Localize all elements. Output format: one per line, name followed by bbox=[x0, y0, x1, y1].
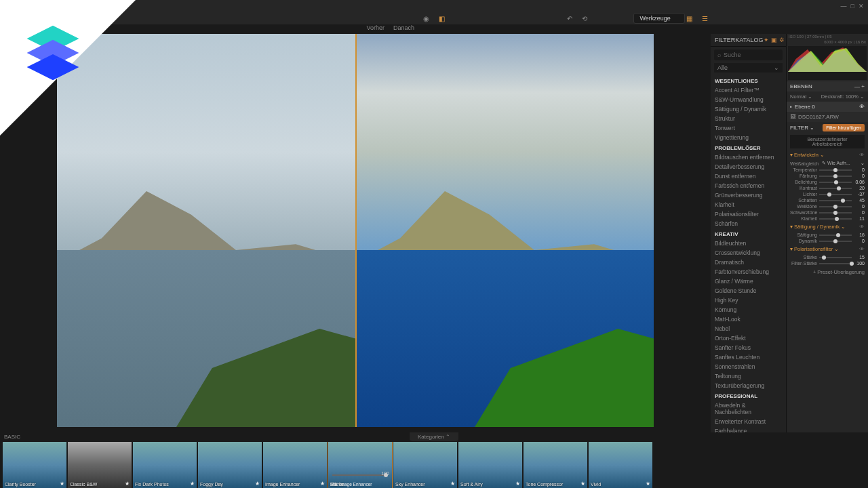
layer-visibility-icon[interactable]: 👁 bbox=[859, 104, 865, 110]
filter-catalog-item[interactable]: Vignettierung bbox=[711, 133, 786, 142]
filter-catalog-item[interactable]: Körnung bbox=[711, 305, 786, 314]
preset-thumb[interactable]: Fix Dark Photos★ bbox=[133, 442, 197, 488]
white-balance-row[interactable]: Weißabgleich✎ Wie Aufn...⌄ bbox=[787, 160, 868, 167]
slider-lichter[interactable]: Lichter-37 bbox=[787, 191, 868, 197]
filter-group-header[interactable]: ▾ Polarisationsfilter ⌄👁 bbox=[787, 244, 868, 254]
favorite-star-icon[interactable]: ★ bbox=[320, 481, 325, 487]
filter-catalog-item[interactable]: Dramatisch bbox=[711, 258, 786, 267]
filter-catalog-item[interactable]: Matt-Look bbox=[711, 314, 786, 324]
filter-catalog-item[interactable]: Abwedeln & Nachbelichten bbox=[711, 401, 786, 417]
filter-catalog-item[interactable]: Accent AI Filter™ bbox=[711, 85, 786, 95]
minimize-button[interactable]: — bbox=[841, 3, 847, 9]
slider-sättigung[interactable]: Sättigung16 bbox=[787, 232, 868, 238]
slider-track[interactable] bbox=[819, 212, 852, 214]
close-button[interactable]: ✕ bbox=[859, 3, 864, 9]
workspace-dropdown[interactable]: Benutzerdefinierter Arbeitsbereich bbox=[790, 135, 865, 148]
star-icon[interactable]: ✦ bbox=[764, 37, 769, 43]
preset-thumb[interactable]: Sky Enhancer★ bbox=[393, 442, 457, 488]
preset-thumb[interactable]: Stärke100Mild Image Enhancer bbox=[328, 442, 392, 488]
histogram[interactable] bbox=[788, 46, 867, 80]
box-icon[interactable]: ▣ bbox=[771, 37, 777, 43]
add-filter-button[interactable]: Filter hinzufügen bbox=[823, 124, 865, 131]
filter-catalog-item[interactable]: High Key bbox=[711, 296, 786, 305]
visibility-icon[interactable]: 👁 bbox=[859, 246, 865, 252]
history-icon[interactable]: ⟲ bbox=[579, 14, 590, 24]
filter-catalog-item[interactable]: Orton-Effekt bbox=[711, 333, 786, 343]
slider-track[interactable] bbox=[819, 257, 852, 258]
filter-group-header[interactable]: ▾ Sättigung / Dynamik ⌄👁 bbox=[787, 222, 868, 232]
preset-thumb[interactable]: Classic B&W★ bbox=[68, 442, 132, 488]
preset-strength-slider[interactable] bbox=[332, 474, 388, 476]
filter-catalog-item[interactable]: Sanfter Fokus bbox=[711, 343, 786, 352]
slider-dynamik[interactable]: Dynamik0 bbox=[787, 238, 868, 244]
favorite-star-icon[interactable]: ★ bbox=[60, 481, 64, 487]
panel-toggle-a-icon[interactable]: ▦ bbox=[684, 14, 695, 24]
compare-split-handle[interactable] bbox=[355, 34, 357, 427]
filter-catalog-item[interactable]: Nebel bbox=[711, 324, 786, 333]
maximize-button[interactable]: □ bbox=[851, 3, 854, 9]
filter-catalog-item[interactable]: Grünverbesserung bbox=[711, 190, 786, 200]
slider-klarheit[interactable]: Klarheit11 bbox=[787, 216, 868, 222]
favorite-star-icon[interactable]: ★ bbox=[515, 481, 520, 487]
slider-track[interactable] bbox=[819, 235, 852, 236]
favorite-star-icon[interactable]: ★ bbox=[450, 481, 455, 487]
slider-stärke[interactable]: Stärke15 bbox=[787, 254, 868, 260]
gear-icon[interactable]: ✲ bbox=[779, 37, 785, 43]
filter-catalog-item[interactable]: Farbstich entfernen bbox=[711, 181, 786, 190]
filter-catalog-item[interactable]: Detailverbesserung bbox=[711, 162, 786, 171]
slider-kontrast[interactable]: Kontrast20 bbox=[787, 185, 868, 191]
favorite-star-icon[interactable]: ★ bbox=[190, 481, 195, 487]
slider-track[interactable] bbox=[819, 176, 852, 177]
tools-dropdown[interactable]: Werkzeuge bbox=[633, 13, 684, 24]
favorite-star-icon[interactable]: ★ bbox=[646, 481, 650, 487]
preset-thumb[interactable]: Image Enhancer★ bbox=[263, 442, 327, 488]
filter-catalog-item[interactable]: Dunst entfernen bbox=[711, 171, 786, 181]
slider-track[interactable] bbox=[819, 263, 852, 264]
collapse-icon[interactable]: — bbox=[854, 83, 860, 89]
filter-catalog-item[interactable]: Schärfen bbox=[711, 219, 786, 228]
slider-track[interactable] bbox=[819, 194, 852, 195]
slider-track[interactable] bbox=[819, 182, 852, 183]
filter-catalog-item[interactable]: Sättigung / Dynamik bbox=[711, 104, 786, 114]
eye-icon[interactable]: ◉ bbox=[420, 14, 432, 24]
preset-thumb[interactable]: Soft & Airy★ bbox=[458, 442, 522, 488]
slider-track[interactable] bbox=[819, 188, 852, 189]
filter-catalog-item[interactable]: Crossentwicklung bbox=[711, 248, 786, 258]
filter-catalog-item[interactable]: Polarisationsfilter bbox=[711, 209, 786, 219]
preset-thumb[interactable]: Foggy Day★ bbox=[198, 442, 262, 488]
slider-temperatur[interactable]: Temperatur0 bbox=[787, 167, 868, 173]
filter-catalog-item[interactable]: Klarheit bbox=[711, 200, 786, 209]
opacity-value[interactable]: 100% bbox=[846, 94, 859, 100]
preset-thumb[interactable]: Clarity Booster★ bbox=[3, 442, 66, 488]
panel-toggle-b-icon[interactable]: ☰ bbox=[699, 14, 711, 24]
filter-catalog-item[interactable]: Farbtonverschiebung bbox=[711, 267, 786, 277]
filter-catalog-item[interactable]: Sanftes Leuchten bbox=[711, 352, 786, 362]
filter-category-dropdown[interactable]: Alle⌄ bbox=[714, 63, 783, 73]
filter-catalog-item[interactable]: Tonwert bbox=[711, 123, 786, 133]
visibility-icon[interactable]: 👁 bbox=[859, 152, 865, 158]
filter-catalog-item[interactable]: Texturüberlagerung bbox=[711, 381, 786, 390]
slider-schwarztöne[interactable]: Schwarztöne0 bbox=[787, 209, 868, 216]
filter-catalog-item[interactable]: Farbbalance bbox=[711, 426, 786, 432]
favorite-star-icon[interactable]: ★ bbox=[580, 481, 585, 487]
preset-overlay-button[interactable]: + Preset-Überlagerung bbox=[787, 266, 868, 278]
compare-icon[interactable]: ◧ bbox=[436, 14, 448, 24]
filter-catalog-item[interactable]: Teiltonung bbox=[711, 371, 786, 381]
preset-thumb[interactable]: Vivid★ bbox=[589, 442, 652, 488]
slider-track[interactable] bbox=[819, 206, 852, 207]
slider-belichtung[interactable]: Belichtung0.06 bbox=[787, 179, 868, 185]
slider-track[interactable] bbox=[819, 200, 852, 201]
slider-track[interactable] bbox=[819, 218, 852, 220]
filter-search-input[interactable]: ⌕ Suche bbox=[714, 49, 783, 60]
blend-mode-dropdown[interactable]: Normal ⌄ bbox=[790, 94, 812, 100]
filmstrip-categories-button[interactable]: Kategorien ⌃ bbox=[410, 432, 458, 441]
slider-färbung[interactable]: Färbung0 bbox=[787, 173, 868, 179]
slider-filter-stärke[interactable]: Filter-Stärke100 bbox=[787, 260, 868, 266]
filter-catalog-item[interactable]: Bildleuchten bbox=[711, 239, 786, 248]
undo-icon[interactable]: ↶ bbox=[564, 14, 575, 24]
add-layer-button[interactable]: + bbox=[861, 83, 865, 89]
layer-item[interactable]: ▪ Ebene 0 👁 bbox=[787, 102, 868, 112]
filter-catalog-item[interactable]: Struktur bbox=[711, 114, 786, 123]
filter-catalog-item[interactable]: Bildrauschen entfernen bbox=[711, 152, 786, 162]
favorite-star-icon[interactable]: ★ bbox=[255, 481, 260, 487]
